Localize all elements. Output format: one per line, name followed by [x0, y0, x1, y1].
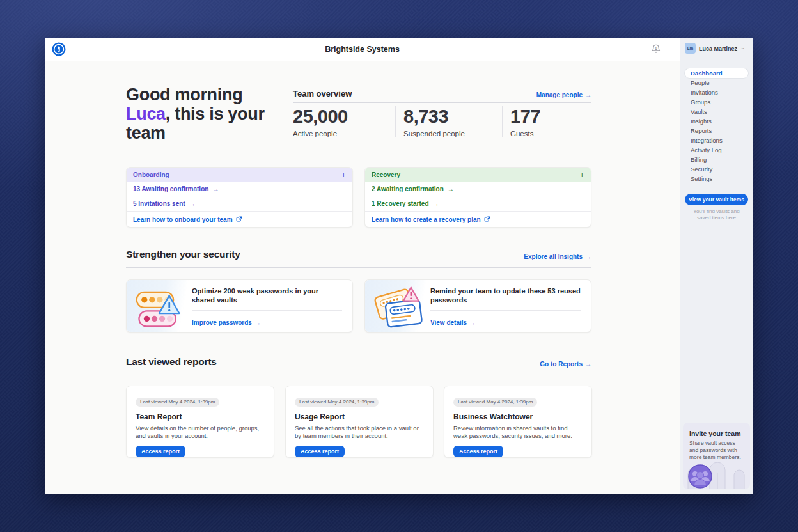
sidebar-item-invitations[interactable]: Invitations — [685, 88, 748, 97]
security-section-title: Strengthen your security — [126, 249, 240, 260]
manage-people-link[interactable]: Manage people→ — [536, 91, 591, 98]
notifications-bell-icon[interactable]: 0 — [650, 43, 662, 56]
avatar: Lm — [685, 43, 696, 54]
team-overview-stats: 25,000 Active people 8,733 Suspended peo… — [293, 106, 591, 137]
add-recovery-icon[interactable]: + — [579, 170, 584, 180]
business-watchtower-card: Last viewed May 4 2024, 1:39pm Business … — [444, 386, 592, 458]
last-viewed-badge: Last viewed May 4 2024, 1:39pm — [295, 398, 379, 407]
weak-passwords-insight-card: Optimize 200 weak passwords in your shar… — [126, 279, 353, 332]
improve-passwords-link[interactable]: Improve passwords→ — [192, 319, 261, 326]
greeting-user-name: Luca — [126, 104, 166, 123]
add-onboarding-icon[interactable]: + — [341, 170, 346, 180]
last-viewed-badge: Last viewed May 4 2024, 1:39pm — [136, 398, 219, 407]
recovery-card-header: Recovery + — [365, 168, 591, 182]
arrow-right-icon: → — [254, 319, 261, 326]
reused-passwords-illustration — [365, 280, 429, 332]
right-sidebar: Lm Luca Martinez ⌄ Dashboard People Invi… — [680, 38, 753, 494]
team-report-card: Last viewed May 4 2024, 1:39pm Team Repo… — [126, 386, 274, 458]
external-link-icon — [236, 216, 242, 223]
onboarding-title: Onboarding — [133, 171, 169, 178]
reports-section-divider — [126, 375, 591, 375]
arrow-right-icon: → — [448, 185, 454, 192]
recovery-card: Recovery + 2 Awaiting confirmation→ 1 Re… — [364, 167, 591, 228]
access-report-button[interactable]: Access report — [295, 446, 345, 457]
reports-section-title: Last viewed reports — [126, 356, 217, 368]
last-viewed-badge: Last viewed May 4 2024, 1:39pm — [453, 398, 537, 407]
recovery-learn-link[interactable]: Learn how to create a recovery plan — [365, 211, 591, 227]
onboarding-invitations-sent-row[interactable]: 5 Invitations sent→ — [127, 196, 352, 211]
top-bar: Brightside Systems 0 — [45, 38, 680, 61]
invite-body: Share vault access and passwords with mo… — [683, 437, 750, 461]
recovery-title: Recovery — [372, 171, 400, 178]
access-report-button[interactable]: Access report — [136, 446, 185, 457]
arrow-right-icon: → — [585, 253, 591, 260]
report-description: View details on the number of people, gr… — [136, 425, 265, 440]
company-name: Brightside Systems — [45, 45, 680, 54]
insight-title: Optimize 200 weak passwords in your shar… — [192, 287, 342, 304]
arrow-right-icon: → — [469, 319, 476, 326]
onboarding-awaiting-confirmation-row[interactable]: 13 Awaiting confirmation→ — [127, 182, 352, 196]
usage-report-card: Last viewed May 4 2024, 1:39pm Usage Rep… — [285, 386, 434, 458]
invite-team-card[interactable]: Invite your team Share vault access and … — [683, 423, 750, 489]
explore-insights-link[interactable]: Explore all Insights→ — [524, 253, 591, 260]
sidebar-item-activity-log[interactable]: Activity Log — [685, 145, 748, 155]
onboarding-card-header: Onboarding + — [127, 168, 352, 182]
sidebar-item-vaults[interactable]: Vaults — [685, 107, 748, 116]
onboarding-card: Onboarding + 13 Awaiting confirmation→ 5… — [126, 167, 353, 228]
sidebar-item-insights[interactable]: Insights — [685, 116, 748, 126]
access-report-button[interactable]: Access report — [453, 446, 503, 457]
arrow-right-icon: → — [189, 200, 196, 207]
sidebar-item-billing[interactable]: Billing — [685, 155, 748, 164]
sidebar-item-groups[interactable]: Groups — [685, 97, 748, 107]
sidebar-nav: Dashboard People Invitations Groups Vaul… — [685, 68, 748, 184]
arrow-right-icon: → — [585, 361, 591, 368]
reused-passwords-insight-card: Remind your team to update these 53 reus… — [364, 279, 591, 332]
reports-section-header: Last viewed reports Go to Reports→ — [126, 356, 591, 368]
security-section-header: Strengthen your security Explore all Ins… — [126, 249, 591, 260]
report-title: Usage Report — [295, 412, 424, 421]
invite-team-illustration — [683, 460, 750, 489]
notifications-count: 0 — [650, 46, 662, 51]
weak-passwords-illustration — [127, 280, 191, 332]
arrow-right-icon: → — [433, 200, 439, 207]
report-description: See all the actions that took place in a… — [295, 425, 424, 440]
vault-caption: You'll find vaults and saved items here — [687, 208, 746, 221]
greeting-heading: Good morning Luca, this is your team — [126, 85, 268, 143]
sidebar-item-settings[interactable]: Settings — [685, 174, 748, 184]
team-overview-divider — [293, 102, 591, 103]
recovery-awaiting-confirmation-row[interactable]: 2 Awaiting confirmation→ — [365, 182, 591, 196]
go-to-reports-link[interactable]: Go to Reports→ — [540, 361, 591, 368]
sidebar-item-reports[interactable]: Reports — [685, 126, 748, 136]
stat-active-people: 25,000 Active people — [293, 106, 395, 137]
sidebar-item-people[interactable]: People — [685, 78, 748, 88]
arrow-right-icon: → — [212, 185, 219, 192]
user-name: Luca Martinez — [699, 45, 737, 52]
view-details-link[interactable]: View details→ — [430, 319, 476, 326]
sidebar-item-dashboard[interactable]: Dashboard — [685, 68, 748, 78]
report-title: Team Report — [136, 412, 265, 421]
report-description: Review information in shared vaults to f… — [453, 425, 583, 440]
stat-suspended-people: 8,733 Suspended people — [395, 106, 502, 137]
security-section-divider — [126, 267, 591, 268]
view-vault-items-button[interactable]: View your vault items — [685, 194, 748, 205]
invite-title: Invite your team — [683, 423, 750, 437]
insight-title: Remind your team to update these 53 reus… — [430, 287, 581, 304]
stat-guests: 177 Guests — [502, 106, 604, 137]
sidebar-item-integrations[interactable]: Integrations — [685, 136, 748, 145]
team-overview-title: Team overview — [293, 89, 352, 98]
onboarding-learn-link[interactable]: Learn how to onboard your team — [127, 211, 352, 227]
chevron-down-icon: ⌄ — [740, 44, 746, 51]
user-menu[interactable]: Lm Luca Martinez ⌄ — [685, 43, 746, 54]
report-title: Business Watchtower — [453, 412, 583, 421]
app-window: Brightside Systems 0 Good morning Luca, … — [45, 38, 753, 494]
arrow-right-icon: → — [585, 91, 591, 98]
external-link-icon — [484, 216, 490, 223]
recovery-started-row[interactable]: 1 Recovery started→ — [365, 196, 591, 211]
sidebar-item-security[interactable]: Security — [685, 164, 748, 174]
team-overview-header: Team overview Manage people→ — [293, 89, 591, 98]
